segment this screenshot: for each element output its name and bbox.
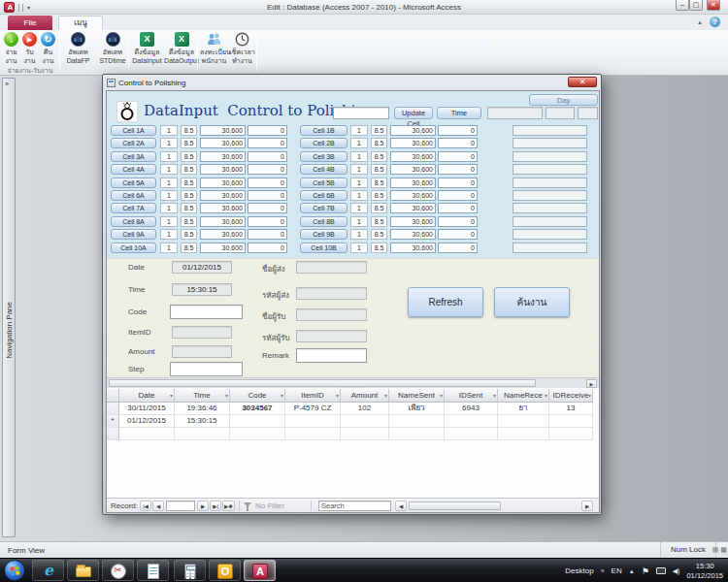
amount-field[interactable] — [172, 345, 232, 358]
cell-field[interactable]: 1 — [350, 138, 368, 148]
table-cell[interactable]: 01/12/2015 — [119, 415, 175, 428]
cell-button[interactable]: Cell 5B — [300, 178, 347, 188]
ribbon-button-register-employee[interactable]: ลงทะเบียนพนักงาน — [200, 31, 228, 74]
volume-icon[interactable]: ◀) — [673, 567, 680, 575]
cell-field[interactable]: 1 — [160, 125, 178, 136]
cell-field[interactable]: 30,600 — [200, 229, 246, 240]
sort-filter-arrow-icon[interactable]: ▾ — [170, 390, 173, 403]
cell-field[interactable]: 0 — [248, 190, 287, 201]
previous-record-icon[interactable]: ◀ — [152, 501, 164, 511]
table-cell[interactable] — [341, 428, 389, 440]
ribbon-button-fetch-datainput[interactable]: ดึงข้อมูลDataInput — [131, 31, 163, 74]
cell-button[interactable]: Cell 10A — [111, 242, 156, 253]
column-header-code[interactable]: Code▾ — [230, 389, 285, 403]
search-box[interactable]: Search — [318, 501, 391, 511]
time-button[interactable]: Time — [437, 107, 481, 119]
cell-field[interactable]: 8.5 — [181, 190, 197, 201]
first-record-icon[interactable]: |◀ — [140, 501, 151, 511]
column-header-idreceive[interactable]: IDReceive▾ — [549, 389, 593, 403]
new-record-icon[interactable]: ▶✱ — [222, 501, 235, 511]
cell-field[interactable]: 1 — [350, 125, 368, 136]
cell-field[interactable]: 30,600 — [200, 190, 246, 201]
column-header-time[interactable]: Time▾ — [175, 389, 230, 403]
cell-button[interactable]: Cell 4B — [300, 164, 347, 175]
cell-field[interactable]: 30,600 — [200, 203, 246, 213]
cell-field[interactable]: 0 — [248, 178, 287, 188]
remark-field[interactable] — [296, 348, 367, 363]
table-cell[interactable]: 102 — [341, 403, 389, 415]
cell-field[interactable]: 30,600 — [200, 151, 246, 162]
column-header-idsent[interactable]: IDSent▾ — [445, 389, 498, 403]
table-cell[interactable] — [285, 428, 341, 440]
cell-field[interactable]: 0 — [248, 125, 287, 136]
cell-field[interactable]: 30,600 — [200, 164, 246, 175]
cell-field[interactable]: 8.5 — [181, 229, 197, 240]
cell-field[interactable]: 1 — [350, 216, 368, 227]
cell-field[interactable]: 0 — [438, 190, 478, 201]
sender-id-field[interactable] — [296, 287, 367, 300]
table-cell[interactable]: ยา — [498, 403, 549, 415]
cell-field[interactable]: 30,600 — [390, 203, 436, 213]
row-selector[interactable] — [107, 428, 119, 440]
cell-field[interactable]: 1 — [160, 190, 178, 201]
table-cell[interactable] — [230, 415, 285, 428]
column-header-amount[interactable]: Amount▾ — [341, 389, 389, 403]
cell-field[interactable]: 8.5 — [371, 138, 387, 148]
next-record-icon[interactable]: ▶ — [197, 501, 209, 511]
cell-field[interactable]: 30,600 — [390, 216, 436, 227]
cell-note-box[interactable] — [513, 125, 587, 136]
start-button[interactable] — [4, 560, 25, 581]
help-icon[interactable]: ? — [710, 16, 720, 27]
cell-field[interactable]: 30,600 — [200, 216, 246, 227]
cell-field[interactable]: 0 — [248, 242, 287, 253]
table-select-all[interactable] — [107, 389, 119, 403]
table-cell[interactable]: 13 — [549, 403, 593, 415]
table-cell[interactable] — [549, 415, 593, 428]
taskbar-notepad[interactable] — [137, 560, 169, 581]
cell-field[interactable]: 1 — [160, 151, 178, 162]
cell-field[interactable]: 8.5 — [371, 151, 387, 162]
cell-field[interactable]: 1 — [350, 151, 368, 162]
cell-field[interactable]: 1 — [350, 164, 368, 175]
minimize-button[interactable]: – — [676, 0, 689, 11]
cell-button[interactable]: Cell 7A — [111, 203, 156, 213]
cell-field[interactable]: 1 — [160, 203, 178, 213]
table-cell[interactable]: 3034567 — [230, 403, 285, 415]
cell-field[interactable]: 30,600 — [200, 125, 246, 136]
cell-note-box[interactable] — [513, 242, 587, 253]
ribbon-button-receive-job[interactable]: รับงาน — [20, 31, 39, 74]
cell-field[interactable]: 1 — [350, 178, 368, 188]
cell-field[interactable]: 0 — [438, 229, 478, 240]
cell-field[interactable]: 8.5 — [181, 242, 197, 253]
table-cell[interactable] — [498, 415, 549, 428]
taskbar-access-active[interactable] — [244, 560, 276, 581]
find-job-button[interactable]: ค้นงาน — [494, 287, 570, 317]
column-header-itemid[interactable]: ItemID▾ — [285, 389, 341, 403]
cell-field[interactable]: 1 — [350, 229, 368, 240]
network-icon[interactable] — [656, 567, 666, 574]
desktop-toolbar[interactable]: Desktop — [565, 566, 593, 575]
table-cell[interactable] — [389, 415, 445, 428]
taskbar-snipping-tool[interactable] — [102, 560, 134, 581]
cell-field[interactable]: 0 — [438, 178, 478, 188]
last-record-icon[interactable]: ▶| — [210, 501, 221, 511]
cell-note-box[interactable] — [513, 229, 587, 240]
sort-filter-arrow-icon[interactable]: ▾ — [336, 390, 339, 403]
cell-note-box[interactable] — [513, 138, 587, 148]
table-cell[interactable] — [175, 428, 230, 440]
sort-filter-arrow-icon[interactable]: ▾ — [225, 390, 228, 403]
table-cell[interactable] — [445, 428, 498, 440]
table-cell[interactable]: P-4579 CZ — [285, 403, 341, 415]
cell-field[interactable]: 1 — [160, 138, 178, 148]
ribbon-button-update-stdtime[interactable]: อัพเดทSTDtime — [95, 31, 130, 74]
cell-note-box[interactable] — [513, 178, 587, 188]
update-cell-button[interactable]: Update Cell — [394, 107, 433, 119]
cell-field[interactable]: 30,600 — [200, 178, 246, 188]
table-cell[interactable]: 30/11/2015 — [119, 403, 175, 415]
time-field[interactable]: 15:30:15 — [172, 283, 232, 296]
cell-field[interactable]: 8.5 — [371, 125, 387, 136]
cell-field[interactable]: 8.5 — [371, 229, 387, 240]
cell-note-box[interactable] — [513, 203, 587, 213]
column-header-namesent[interactable]: NameSent▾ — [389, 389, 445, 403]
table-cell[interactable] — [549, 428, 593, 440]
